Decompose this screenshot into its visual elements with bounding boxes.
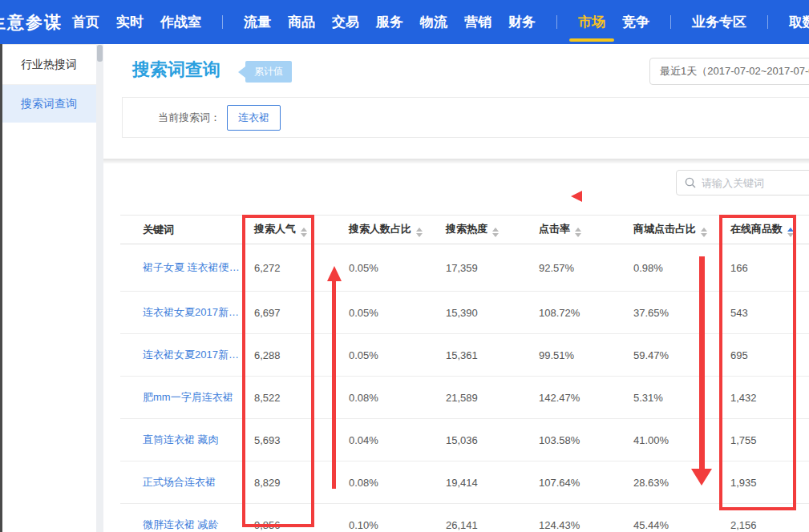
nav-divider: [670, 15, 671, 29]
sidebar-scrollbar-thumb[interactable]: [97, 45, 103, 62]
main-content: 搜索词查询 累计值 最近1天（2017-07-02~2017-07-02） 当前…: [103, 44, 809, 532]
cumulative-badge-wrap: 累计值: [238, 61, 292, 83]
cumulative-value-badge: 累计值: [245, 61, 292, 83]
nav-item-realtime[interactable]: 实时: [116, 0, 144, 44]
nav-item-service[interactable]: 服务: [376, 0, 403, 44]
sort-icon[interactable]: [701, 228, 707, 237]
col-header-mall-click-share[interactable]: 商城点击占比: [625, 222, 722, 237]
nav-item-market-active[interactable]: 市场: [578, 0, 605, 44]
cell-searcher-share: 0.08%: [337, 477, 433, 489]
sidebar-item-search-word-query[interactable]: 搜索词查询: [2, 85, 96, 123]
cell-search-heat: 15,390: [433, 307, 529, 319]
keyword-search-box[interactable]: [676, 170, 809, 195]
cell-online-products: 543: [722, 307, 809, 319]
keyword-link[interactable]: 肥mm一字肩连衣裙: [120, 390, 241, 405]
cell-click-rate: 142.47%: [529, 392, 625, 404]
sort-icon-active-asc[interactable]: [787, 228, 794, 237]
search-icon: [685, 177, 696, 188]
cell-mall-click-share: 41.00%: [625, 434, 722, 446]
page-title: 搜索词查询: [132, 58, 220, 82]
keyword-link[interactable]: 直筒连衣裙 藏肉: [120, 433, 241, 447]
nav-item-home[interactable]: 首页: [72, 0, 99, 44]
nav-item-data-fetch[interactable]: 取数: [789, 0, 809, 44]
keyword-search-input[interactable]: [702, 177, 809, 189]
nav-item-marketing[interactable]: 营销: [464, 0, 491, 44]
table-row: 连衣裙女夏2017新款... 6,697 0.05% 15,390 108.72…: [120, 292, 809, 334]
top-nav: 生意参谋 首页 实时 作战室 流量 商品 交易 服务 物流 营销 财务 市场 竞…: [0, 0, 809, 44]
nav-divider: [556, 15, 557, 29]
col-header-keyword: 关键词: [120, 223, 241, 237]
cell-searcher-share: 0.05%: [337, 349, 433, 361]
nav-divider: [767, 15, 768, 29]
cell-searcher-share: 0.05%: [337, 262, 433, 274]
cell-searcher-share: 0.05%: [337, 307, 433, 319]
cell-search-popularity: 9,856: [241, 519, 337, 531]
cell-online-products: 695: [722, 349, 809, 361]
nav-divider: [222, 15, 223, 29]
cell-mall-click-share: 5.31%: [625, 392, 722, 404]
keyword-link[interactable]: 微胖连衣裙 减龄: [120, 518, 241, 532]
cell-mall-click-share: 59.47%: [625, 349, 722, 361]
section-divider: [103, 159, 809, 163]
current-keyword-label: 当前搜索词：: [158, 111, 220, 125]
cell-online-products: 2,156: [722, 519, 809, 531]
col-header-online-products[interactable]: 在线商品数: [722, 222, 809, 237]
col-header-search-heat[interactable]: 搜索热度: [433, 222, 529, 237]
sort-icon[interactable]: [416, 228, 423, 237]
nav-item-warroom[interactable]: 作战室: [160, 0, 201, 44]
table-row: 正式场合连衣裙 8,829 0.08% 19,414 107.64% 28.63…: [120, 461, 809, 504]
sort-icon[interactable]: [492, 228, 499, 237]
cell-search-heat: 21,589: [433, 392, 529, 404]
col-header-search-popularity[interactable]: 搜索人气: [241, 222, 337, 237]
cell-searcher-share: 0.04%: [337, 434, 433, 446]
cell-mall-click-share: 37.65%: [625, 307, 722, 319]
cell-click-rate: 108.72%: [529, 307, 625, 319]
cell-search-heat: 15,036: [433, 434, 529, 446]
sidebar-item-hot-search-words[interactable]: 行业热搜词: [2, 45, 96, 85]
sort-icon[interactable]: [575, 228, 581, 237]
nav-item-business-zone[interactable]: 业务专区: [692, 0, 746, 44]
current-keyword-tag[interactable]: 连衣裙: [227, 105, 281, 131]
nav-item-trade[interactable]: 交易: [332, 0, 359, 44]
nav-item-competition[interactable]: 竞争: [622, 0, 649, 44]
cell-click-rate: 103.58%: [529, 434, 625, 446]
cell-mall-click-share: 45.44%: [625, 519, 722, 531]
table-header-row: 关键词 搜索人气 搜索人数占比 搜索热度 点击率 商城点击占比 在线商品数: [120, 215, 809, 244]
col-header-searcher-share[interactable]: 搜索人数占比: [337, 222, 433, 237]
nav-item-goods[interactable]: 商品: [288, 0, 315, 44]
keyword-link[interactable]: 正式场合连衣裙: [120, 475, 241, 490]
nav-item-traffic[interactable]: 流量: [244, 0, 271, 44]
brand-logo[interactable]: 生意参谋: [0, 0, 63, 44]
cell-search-popularity: 8,522: [241, 392, 337, 404]
cell-search-popularity: 6,272: [241, 262, 337, 274]
cell-mall-click-share: 0.98%: [625, 262, 722, 274]
cell-search-popularity: 6,697: [241, 307, 337, 319]
cell-click-rate: 92.57%: [529, 262, 625, 274]
table-row: 微胖连衣裙 减龄 9,856 0.10% 26,141 124.43% 45.4…: [120, 504, 809, 532]
keyword-link[interactable]: 连衣裙女夏2017新款...: [120, 348, 241, 362]
cell-click-rate: 99.51%: [529, 349, 625, 361]
cell-search-popularity: 8,829: [241, 477, 337, 489]
keyword-link[interactable]: 裙子女夏 连衣裙便宜5...: [120, 260, 241, 275]
table-row: 肥mm一字肩连衣裙 8,522 0.08% 21,589 142.47% 5.3…: [120, 377, 809, 419]
sort-icon[interactable]: [301, 228, 307, 237]
cell-mall-click-share: 28.63%: [625, 477, 722, 489]
table-row: 直筒连衣裙 藏肉 5,693 0.04% 15,036 103.58% 41.0…: [120, 419, 809, 461]
date-range-picker[interactable]: 最近1天（2017-07-02~2017-07-02）: [649, 58, 809, 85]
cell-online-products: 1,432: [722, 392, 809, 404]
cell-search-heat: 15,361: [433, 349, 529, 361]
table-row: 裙子女夏 连衣裙便宜5... 6,272 0.05% 17,359 92.57%…: [120, 244, 809, 292]
cell-search-heat: 19,414: [433, 477, 529, 489]
nav-item-finance[interactable]: 财务: [508, 0, 536, 44]
cell-search-heat: 17,359: [433, 262, 529, 274]
cell-click-rate: 107.64%: [529, 477, 625, 489]
cell-searcher-share: 0.10%: [337, 519, 433, 531]
col-header-click-rate[interactable]: 点击率: [529, 222, 625, 237]
nav-item-logistics[interactable]: 物流: [420, 0, 447, 44]
cell-online-products: 1,755: [722, 434, 809, 446]
table-row: 连衣裙女夏2017新款... 6,288 0.05% 15,361 99.51%…: [120, 334, 809, 377]
cell-click-rate: 124.43%: [529, 519, 625, 531]
cell-searcher-share: 0.08%: [337, 392, 433, 404]
keyword-link[interactable]: 连衣裙女夏2017新款...: [120, 305, 241, 320]
sidebar-scrollbar[interactable]: [96, 44, 103, 532]
